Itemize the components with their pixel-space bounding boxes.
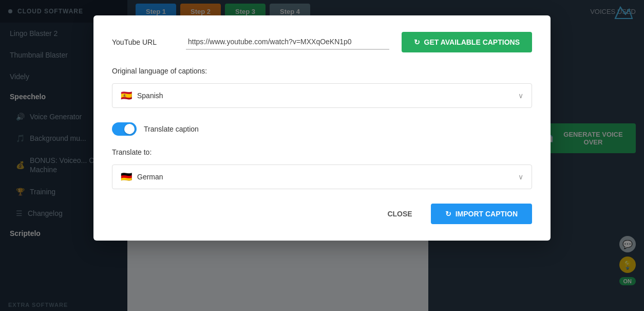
german-flag: 🇩🇪 <box>121 171 132 182</box>
translate-to-language: German <box>137 173 163 181</box>
youtube-url-row: YouTube URL ↻ GET AVAILABLE CAPTIONS <box>112 32 532 52</box>
youtube-url-input[interactable] <box>186 34 389 50</box>
spanish-flag: 🇪🇸 <box>121 90 132 101</box>
get-captions-button[interactable]: ↻ GET AVAILABLE CAPTIONS <box>402 32 532 52</box>
translate-to-select-left: 🇩🇪 German <box>121 171 163 182</box>
translate-to-select[interactable]: 🇩🇪 German ∨ <box>112 164 532 189</box>
modal-overlay[interactable]: YouTube URL ↻ GET AVAILABLE CAPTIONS Ori… <box>0 0 644 311</box>
youtube-url-label: YouTube URL <box>112 38 174 46</box>
original-language-label: Original language of captions: <box>112 67 532 75</box>
modal-dialog: YouTube URL ↻ GET AVAILABLE CAPTIONS Ori… <box>93 15 551 241</box>
import-refresh-icon: ↻ <box>445 210 451 218</box>
language-select-left: 🇪🇸 Spanish <box>121 90 163 101</box>
modal-footer: CLOSE ↻ IMPORT CAPTION <box>112 204 532 224</box>
translate-toggle-label: Translate caption <box>144 125 199 133</box>
import-caption-button[interactable]: ↻ IMPORT CAPTION <box>431 204 532 224</box>
translate-toggle-row: Translate caption <box>112 122 532 136</box>
language-select[interactable]: 🇪🇸 Spanish ∨ <box>112 83 532 108</box>
translate-to-chevron-icon: ∨ <box>518 173 523 181</box>
refresh-icon: ↻ <box>414 38 420 46</box>
close-button[interactable]: CLOSE <box>375 204 424 224</box>
language-chevron-icon: ∨ <box>518 92 523 100</box>
translate-toggle[interactable] <box>112 122 137 136</box>
toggle-knob <box>124 124 135 134</box>
language-name: Spanish <box>137 92 163 100</box>
translate-to-label: Translate to: <box>112 148 532 156</box>
